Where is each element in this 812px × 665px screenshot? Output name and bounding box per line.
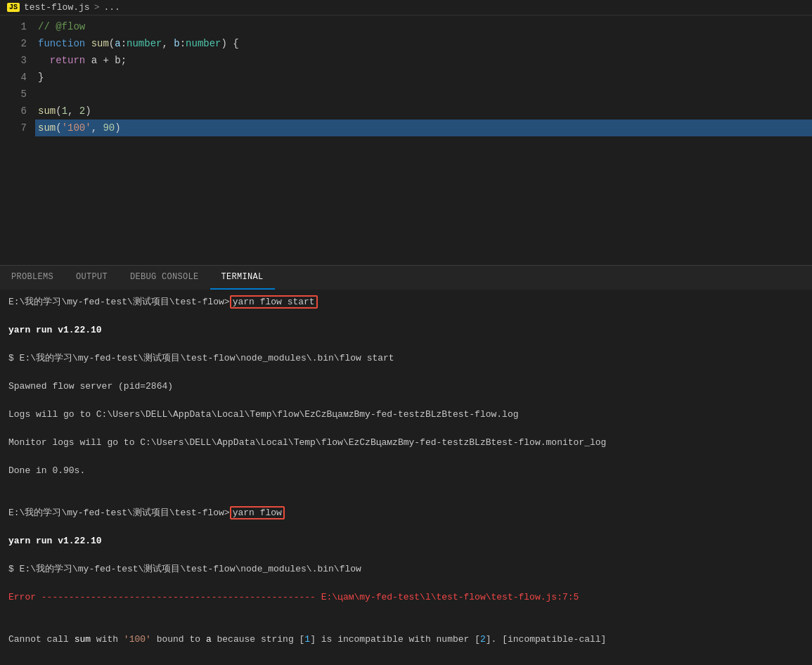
terminal-line-prompt1: E:\我的学习\my-fed-test\测试项目\test-flow>yarn … <box>8 295 804 309</box>
terminal-prompt2-text: E:\我的学习\my-fed-test\测试项目\test-flow <box>8 508 224 518</box>
code-token: return <box>50 52 85 69</box>
breadcrumb: JS test-flow.js > ... <box>7 2 120 13</box>
terminal-line-error-dashes: Error ----------------------------------… <box>8 590 804 605</box>
code-token: ( <box>56 103 61 120</box>
code-token: ) <box>115 120 120 136</box>
tab-output[interactable]: OUTPUT <box>65 265 119 290</box>
code-content: // @flow function sum(a:number, b:number… <box>35 15 812 265</box>
code-token: function <box>38 35 85 52</box>
code-token <box>38 52 50 69</box>
code-line-1: // @flow <box>35 18 812 35</box>
terminal-line-flow: $ E:\我的学习\my-fed-test\测试项目\test-flow\nod… <box>8 562 804 576</box>
code-line-7: sum('100', 90) <box>35 120 812 136</box>
terminal-line-done: Done in 0.90s. <box>8 464 804 478</box>
code-line-2: function sum(a:number, b:number) { <box>35 35 812 52</box>
code-token: sum <box>91 35 109 52</box>
tab-problems[interactable]: PROBLEMS <box>0 265 65 290</box>
code-token: '100' <box>62 120 91 136</box>
terminal-line-spawned: Spawned flow server (pid=2864) <box>8 380 804 394</box>
code-token: } <box>38 69 44 86</box>
terminal-line-prompt2: E:\我的学习\my-fed-test\测试项目\test-flow>yarn … <box>8 506 804 520</box>
terminal-prompt1-text: E:\我的学习\my-fed-test\测试项目\test-flow <box>8 297 224 307</box>
cmd2-highlight: yarn flow <box>230 506 285 519</box>
code-token: ( <box>109 35 115 52</box>
tab-terminal-label: TERMINAL <box>221 272 264 282</box>
code-token: , <box>162 35 174 52</box>
tab-debug-console[interactable]: DEBUG CONSOLE <box>119 265 210 290</box>
terminal-cmd2-text: yarn flow <box>233 508 282 518</box>
code-line-6: sum(1, 2) <box>35 103 812 120</box>
tab-terminal[interactable]: TERMINAL <box>210 265 275 290</box>
code-token: , <box>91 120 103 136</box>
code-token: number <box>186 35 221 52</box>
terminal-line-monitor: Monitor logs will go to C:\Users\DELL\Ap… <box>8 436 804 450</box>
terminal-line-yarn-run1: yarn run v1.22.10 <box>8 323 804 337</box>
code-token: ) { <box>221 35 239 52</box>
code-token: // @flow <box>38 18 85 35</box>
code-token <box>85 35 91 52</box>
code-line-4: } <box>35 69 812 86</box>
code-token: a <box>115 35 120 52</box>
editor-area: 1 2 3 4 5 6 7 // @flow function sum(a:nu… <box>0 15 812 265</box>
code-line-3: return a + b; <box>35 52 812 69</box>
code-token: 2 <box>79 103 85 120</box>
breadcrumb-dots: ... <box>103 2 120 13</box>
code-token: 90 <box>103 120 115 136</box>
line-numbers: 1 2 3 4 5 6 7 <box>0 15 35 265</box>
code-line-5 <box>35 86 812 103</box>
js-icon: JS <box>7 3 20 12</box>
tab-problems-label: PROBLEMS <box>11 272 53 282</box>
code-token: : <box>121 35 127 52</box>
code-token: sum <box>38 103 56 120</box>
code-token: : <box>180 35 186 52</box>
terminal-line-cannot: Cannot call sum with '100' bound to a be… <box>8 633 804 647</box>
panel-tabs: PROBLEMS OUTPUT DEBUG CONSOLE TERMINAL <box>0 265 812 290</box>
terminal-line-yarn-run2: yarn run v1.22.10 <box>8 534 804 548</box>
filename: test-flow.js <box>24 2 90 13</box>
terminal-line-logs: Logs will go to C:\Users\DELL\AppData\Lo… <box>8 408 804 422</box>
code-token: sum <box>38 120 56 136</box>
code-token: ) <box>85 103 91 120</box>
code-token: ( <box>56 120 61 136</box>
code-container: 1 2 3 4 5 6 7 // @flow function sum(a:nu… <box>0 15 812 265</box>
tab-output-label: OUTPUT <box>76 272 108 282</box>
code-token: , <box>67 103 79 120</box>
top-bar: JS test-flow.js > ... <box>0 0 812 15</box>
cmd1-highlight: yarn flow start <box>230 295 318 309</box>
code-token: a + b; <box>85 52 127 69</box>
terminal-cmd1-text: yarn flow start <box>233 297 315 307</box>
tab-debug-console-label: DEBUG CONSOLE <box>130 272 199 282</box>
terminal-line-flow-start: $ E:\我的学习\my-fed-test\测试项目\test-flow\nod… <box>8 351 804 366</box>
code-token: number <box>127 35 162 52</box>
breadcrumb-sep: > <box>94 2 100 13</box>
code-token: 1 <box>62 103 67 120</box>
terminal-area[interactable]: E:\我的学习\my-fed-test\测试项目\test-flow>yarn … <box>0 290 812 665</box>
code-token: b <box>174 35 179 52</box>
